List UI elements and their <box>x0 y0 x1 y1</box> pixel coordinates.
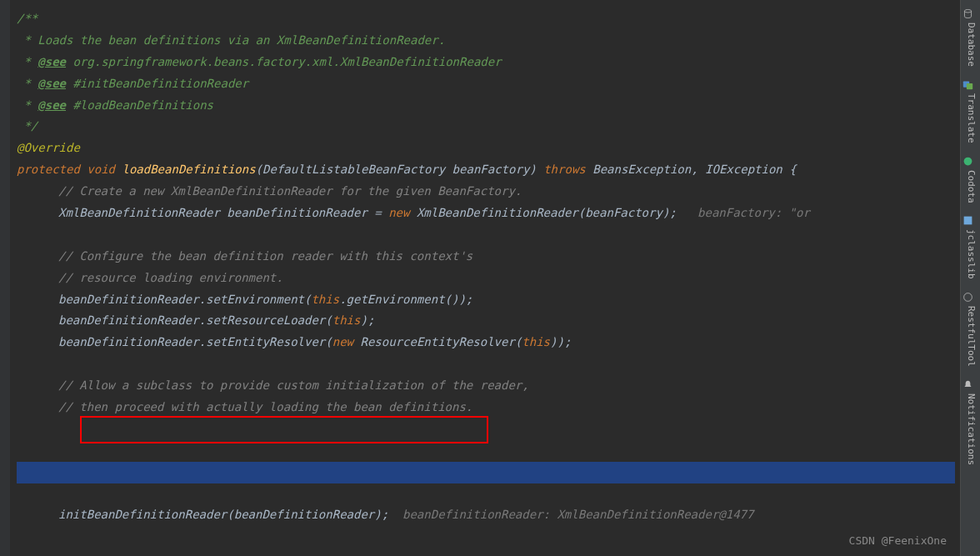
doc-end: */ <box>17 119 38 133</box>
comment-4: // Allow a subclass to provide custom in… <box>58 378 529 392</box>
comment-3: // resource loading environment. <box>58 271 283 284</box>
sidebar-item-notifications[interactable]: Notifications <box>962 379 978 465</box>
execution-highlight <box>17 462 955 483</box>
doc-see-3: * <box>17 98 38 112</box>
comment-1: // Create a new XmlBeanDefinitionReader … <box>58 184 522 198</box>
right-tool-sidebar: Database Translate Codota jclasslib Rest… <box>960 0 980 556</box>
see-tag: @see <box>38 98 66 112</box>
sidebar-label: RestfulTool <box>962 306 978 367</box>
sidebar-label: Notifications <box>962 393 978 465</box>
bell-icon <box>965 379 976 390</box>
doc-see-2: * <box>17 77 38 90</box>
decl-1: XmlBeanDefinitionReader beanDefinitionRe… <box>58 206 388 219</box>
gutter <box>0 0 10 556</box>
restful-icon <box>965 292 976 303</box>
see-link-2: #initBeanDefinitionReader <box>66 77 248 90</box>
sidebar-item-jclasslib[interactable]: jclasslib <box>962 215 978 279</box>
call-setenv-a: beanDefinitionReader.setEnvironment( <box>58 293 311 306</box>
svg-point-0 <box>964 9 971 13</box>
exceptions: BeansException, IOException { <box>592 163 796 176</box>
sidebar-item-codota[interactable]: Codota <box>962 156 978 203</box>
ctor-1: XmlBeanDefinitionReader(beanFactory); <box>417 206 677 219</box>
svg-point-5 <box>963 293 972 302</box>
method-name: loadBeanDefinitions <box>122 163 255 176</box>
sidebar-item-restfultool[interactable]: RestfulTool <box>962 292 978 367</box>
sidebar-label: Database <box>962 23 978 67</box>
sidebar-label: jclasslib <box>962 229 978 279</box>
call-setresolver-c: )); <box>550 335 571 348</box>
doc-line-1: * Loads the bean definitions via an XmlB… <box>17 33 445 47</box>
code-editor[interactable]: /** * Loads the bean definitions via an … <box>0 0 955 556</box>
kw-protected: protected <box>17 163 87 176</box>
call-setresolver-b: ResourceEntityResolver( <box>360 335 522 348</box>
override-annotation: @Override <box>17 141 80 154</box>
doc-start: /** <box>17 12 38 25</box>
kw-this: this <box>311 293 339 306</box>
comment-5: // then proceed with actually loading th… <box>58 400 472 413</box>
kw-this: this <box>522 335 550 348</box>
svg-point-3 <box>963 157 972 165</box>
call-setresolver-a: beanDefinitionReader.setEntityResolver( <box>58 335 332 348</box>
sidebar-item-translate[interactable]: Translate <box>962 79 978 143</box>
inline-hint-2: beanDefinitionReader: XmlBeanDefinitionR… <box>388 508 753 521</box>
see-link-1: org.springframework.beans.factory.xml.Xm… <box>66 55 502 68</box>
translate-icon <box>965 79 976 90</box>
svg-rect-4 <box>963 217 972 225</box>
sidebar-label: Codota <box>962 170 978 203</box>
comment-2: // Configure the bean definition reader … <box>58 249 472 263</box>
kw-void: void <box>87 163 122 176</box>
params: (DefaultListableBeanFactory beanFactory) <box>256 163 544 176</box>
call-init: initBeanDefinitionReader(beanDefinitionR… <box>58 508 388 521</box>
codota-icon <box>965 156 976 167</box>
kw-this: this <box>332 313 361 327</box>
svg-rect-2 <box>966 83 972 89</box>
see-link-3: #loadBeanDefinitions <box>66 98 213 112</box>
call-setenv-b: .getEnvironment()); <box>339 293 472 306</box>
see-tag: @see <box>38 55 66 68</box>
kw-new: new <box>332 335 361 348</box>
see-tag: @see <box>38 77 66 90</box>
call-setloader-a: beanDefinitionReader.setResourceLoader( <box>58 313 332 327</box>
watermark: CSDN @FeenixOne <box>849 531 947 551</box>
call-setloader-b: ); <box>360 313 374 327</box>
database-icon <box>965 8 976 19</box>
sidebar-label: Translate <box>962 93 978 143</box>
doc-see-1: * <box>17 55 38 68</box>
jclasslib-icon <box>965 215 976 226</box>
sidebar-item-database[interactable]: Database <box>962 8 978 67</box>
annotation-box <box>80 416 488 443</box>
kw-throws: throws <box>543 163 592 176</box>
kw-new: new <box>388 206 417 219</box>
inline-hint-1: beanFactory: "or <box>677 206 810 219</box>
